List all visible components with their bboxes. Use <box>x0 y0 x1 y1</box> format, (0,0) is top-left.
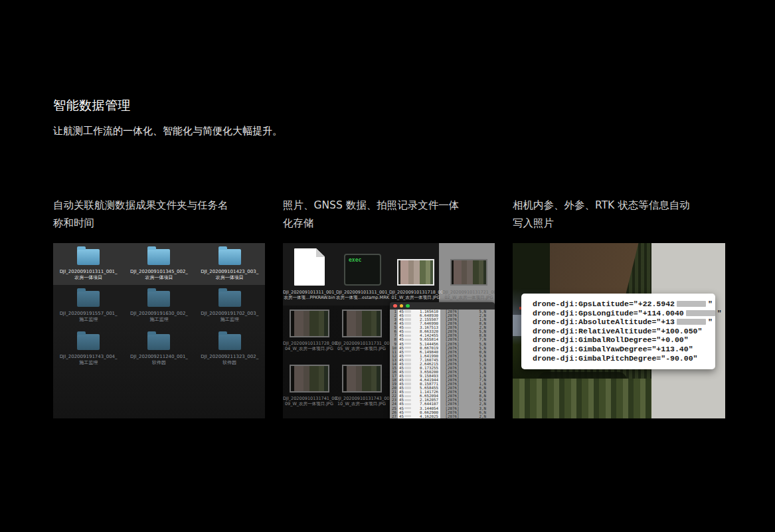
xmp-metadata-screenshot: drone-dji:GpsLatitude="+22.5942" drone-d… <box>513 243 725 418</box>
xmp-line: drone-dji:GpsLatitude="+22.5942" <box>533 300 715 309</box>
redacted-value <box>404 327 411 329</box>
folder-icon <box>77 334 100 350</box>
redacted-value <box>404 310 411 313</box>
folder-item: DJI_202009211240_001_ 软件园 <box>124 328 194 371</box>
redacted-value <box>677 319 706 325</box>
redacted-value <box>404 367 411 369</box>
folder-item: DJI_202009211323_002_ 软件园 <box>195 328 265 371</box>
folder-item: DJI_202009101311_001_ 农房一体项目 <box>53 243 124 285</box>
section-title: 智能数据管理 <box>53 97 131 114</box>
maximize-icon <box>406 304 410 308</box>
folder-item: DJI_202009191557_001_ 施工监理 <box>53 285 124 328</box>
caption-line: 化存储 <box>283 215 495 232</box>
photo-thumbnail-item: DJI_20200910131728_00 04_W_农房一体项目.JPG <box>283 310 335 351</box>
folder-icon <box>147 291 170 307</box>
file-label: DJI_202009101311_001_ 农房一体项…estamp.MRK <box>336 290 389 300</box>
file-icon-box <box>283 247 336 286</box>
feature-caption: 相机内参、外参、RTK 状态等信息自动 写入照片 <box>513 197 725 232</box>
file-icon <box>294 248 325 286</box>
file-item: exec DJI_202009101311_001_ 农房一体项…estamp.… <box>336 243 389 300</box>
folder-item: DJI_202009101345_002_ 农房一体项目 <box>124 243 194 285</box>
close-icon <box>393 304 397 308</box>
redacted-value <box>404 331 411 333</box>
redacted-value <box>404 314 411 317</box>
field-rows <box>513 379 651 418</box>
xmp-line: drone-dji:GpsLongitude="+114.0040" <box>533 309 715 318</box>
feature-caption: 自动关联航测数据成果文件夹与任务名 称和时间 <box>53 197 265 232</box>
redacted-value <box>404 383 411 385</box>
redacted-value <box>404 351 411 353</box>
redacted-value <box>404 379 411 381</box>
folder-label: DJI_202009211323_002_ 软件园 <box>195 354 265 365</box>
xmp-line: drone-dji:AbsoluteAltitude="+13" <box>533 317 715 327</box>
record-row: 27 45 4.162025 [2076] 2,N <box>390 414 495 418</box>
folder-label: DJI_202009101423_003_ 农房一体项目 <box>195 269 265 280</box>
page-background: 智能数据管理 让航测工作流的一体化、智能化与简便化大幅提升。 自动关联航测数据成… <box>0 0 775 532</box>
redacted-value <box>404 415 411 418</box>
file-icon-row: DJI_202009101311_001_ 农房一体项…PPKRAW.bin e… <box>283 243 495 300</box>
thumbnail-label: DJI_20200910131731_00 05_W_农房一体项目.JPG <box>335 341 388 351</box>
file-icon-box: exec <box>336 247 389 286</box>
folder-icon <box>77 291 100 307</box>
folder-label: DJI_202009101311_001_ 农房一体项目 <box>53 269 124 280</box>
folder-icon <box>218 249 241 265</box>
redacted-value <box>404 343 411 345</box>
file-item: DJI_20200910131718_00 01_W_农房一体项目.JPG <box>389 243 442 300</box>
folder-item: DJI_202009191743_004_ 施工监理 <box>53 328 124 371</box>
xmp-line: drone-dji:GimbalYawDegree="+113.40" <box>533 345 715 354</box>
timestamp-record-window: 1 45 1.165610 [2076] 5,N 2 45 6.648930 [… <box>390 302 495 418</box>
redacted-value <box>404 322 411 325</box>
redacted-value <box>404 395 411 398</box>
folder-label: DJI_202009191743_004_ 施工监理 <box>53 354 124 365</box>
file-storage-screenshot: DJI_202009101311_001_ 农房一体项…PPKRAW.bin e… <box>283 243 495 418</box>
redacted-value <box>404 375 411 377</box>
caption-line: 称和时间 <box>53 215 265 232</box>
caption-line: 自动关联航测数据成果文件夹与任务名 <box>53 197 265 215</box>
redacted-value <box>404 347 411 349</box>
thumbnail-label: DJI_20200910131741_00 09_W_农房一体项目.JPG <box>283 396 335 406</box>
window-titlebar <box>390 302 495 310</box>
folder-label: DJI_202009191702_003_ 施工监理 <box>195 311 265 322</box>
photo-thumbnail <box>342 310 382 337</box>
photo-thumbnail-item: DJI_20200910131741_00 09_W_农房一体项目.JPG <box>283 365 335 406</box>
minimize-icon <box>400 304 404 308</box>
folder-label: DJI_202009211240_001_ 软件园 <box>124 354 194 365</box>
file-icon-box <box>442 247 495 286</box>
caption-line: 照片、GNSS 数据、拍照记录文件一体 <box>283 197 495 215</box>
file-label: DJI_20200910131721_00 02_W_农房一体项目.JPG <box>442 290 495 300</box>
file-icon: exec <box>344 254 381 286</box>
folder-icon <box>218 291 241 307</box>
file-label: DJI_202009101311_001_ 农房一体项…PPKRAW.bin <box>283 290 336 300</box>
redacted-value <box>677 301 706 307</box>
file-item: DJI_202009101311_001_ 农房一体项…PPKRAW.bin <box>283 243 336 300</box>
redacted-value <box>404 371 411 373</box>
redacted-value <box>404 359 411 361</box>
photo-thumbnail <box>342 365 382 393</box>
line-number: 27 <box>390 414 398 418</box>
folder-item: DJI_202009191702_003_ 施工监理 <box>195 285 265 328</box>
photo-thumbnail-grid: DJI_20200910131728_00 04_W_农房一体项目.JPG DJ… <box>283 310 388 418</box>
redacted-value <box>404 403 411 406</box>
record-tag: [2076] <box>440 414 464 418</box>
folder-row: DJI_202009101311_001_ 农房一体项目 DJI_2020091… <box>53 243 265 285</box>
file-label: DJI_20200910131718_00 01_W_农房一体项目.JPG <box>389 290 442 300</box>
folder-icon <box>218 334 241 350</box>
record-flag: 2,N <box>464 414 495 418</box>
photo-thumbnail-item: DJI_20200910131731_00 05_W_农房一体项目.JPG <box>335 310 388 351</box>
thumbnail-label: DJI_20200910131728_00 04_W_农房一体项目.JPG <box>283 341 335 351</box>
record-table: 1 45 1.165610 [2076] 5,N 2 45 6.648930 [… <box>390 310 495 418</box>
xmp-line: drone-dji:GimbalRollDegree="+0.00" <box>533 335 715 345</box>
feature-columns: 自动关联航测数据成果文件夹与任务名 称和时间 DJI_202009101311_… <box>53 197 725 418</box>
xmp-line: drone-dji:GimbalPitchDegree="-90.00" <box>533 354 715 363</box>
xmp-line: drone-dji:RelativeAltitude="+100.050" <box>533 327 715 336</box>
photo-thumbnail-item: DJI_20200910131743_00 10_W_农房一体项目.JPG <box>335 365 388 406</box>
folder-icon <box>147 334 170 350</box>
section-subtitle: 让航测工作流的一体化、智能化与简便化大幅提升。 <box>53 125 282 137</box>
redacted-value <box>404 391 411 394</box>
redacted-value <box>404 387 411 389</box>
redacted-value <box>404 399 411 402</box>
timestamp-cell: 45 4.162025 <box>398 414 440 418</box>
feature-column-folders: 自动关联航测数据成果文件夹与任务名 称和时间 DJI_202009101311_… <box>53 197 265 418</box>
redacted-value <box>404 411 411 414</box>
feature-caption: 照片、GNSS 数据、拍照记录文件一体 化存储 <box>283 197 495 232</box>
